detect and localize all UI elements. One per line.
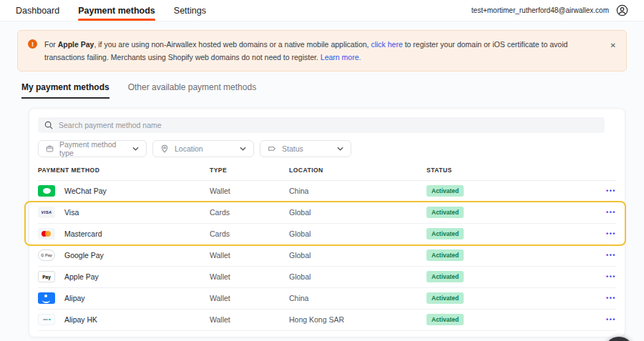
row-menu-icon[interactable]: ••• bbox=[590, 230, 616, 237]
nav-item-dashboard[interactable]: Dashboard bbox=[16, 0, 59, 21]
location-pin-icon bbox=[160, 144, 169, 153]
table-row[interactable]: WeChat Pay Wallet China Activated ••• bbox=[38, 181, 616, 202]
payment-method-location: China bbox=[289, 187, 426, 195]
payment-method-icon: VISA bbox=[38, 207, 55, 218]
nav-items: Dashboard Payment methods Settings bbox=[16, 0, 206, 21]
banner-text: For Apple Pay, if you are using non-Airw… bbox=[44, 38, 593, 64]
user-avatar-icon[interactable] bbox=[616, 4, 628, 16]
row-menu-icon[interactable]: ••• bbox=[590, 187, 616, 194]
warning-icon: ! bbox=[28, 39, 37, 49]
payment-method-name: Mastercard bbox=[64, 229, 102, 238]
chevron-down-icon bbox=[132, 147, 139, 151]
wallet-icon bbox=[46, 144, 54, 153]
payment-method-icon bbox=[38, 228, 55, 239]
status-badge: Activated bbox=[426, 292, 464, 304]
chat-widget-button[interactable] bbox=[604, 337, 634, 341]
payment-method-icon bbox=[38, 314, 55, 325]
payment-method-icon: G Pay bbox=[38, 249, 55, 261]
apple-pay-warning-banner: ! For Apple Pay, if you are using non-Ai… bbox=[17, 30, 627, 71]
banner-bold-apple-pay: Apple Pay bbox=[58, 40, 94, 49]
filter-label: Status bbox=[282, 144, 303, 153]
banner-close-icon[interactable]: ✕ bbox=[610, 42, 616, 49]
nav-item-settings[interactable]: Settings bbox=[174, 0, 206, 21]
payment-method-name: Apple Pay bbox=[64, 272, 99, 281]
payment-method-location: Global bbox=[289, 208, 426, 217]
banner-text-prefix: For bbox=[44, 40, 58, 49]
payment-method-name: Alipay HK bbox=[64, 315, 97, 324]
table-row[interactable]: Alipay Wallet China Activated ••• bbox=[38, 288, 616, 310]
filter-bar: Payment method type Location Status bbox=[38, 140, 616, 157]
click-here-link[interactable]: click here bbox=[371, 40, 402, 49]
header-payment-method: PAYMENT METHOD bbox=[38, 167, 210, 174]
tab-my-payment-methods[interactable]: My payment methods bbox=[21, 82, 109, 99]
banner-text-mid: , if you are using non-Airwallex hosted … bbox=[94, 40, 371, 49]
payment-method-type: Wallet bbox=[210, 315, 289, 324]
row-menu-icon[interactable]: ••• bbox=[590, 209, 616, 216]
payment-method-location: Global bbox=[289, 272, 426, 281]
status-badge: Activated bbox=[426, 228, 464, 239]
payment-method-name: Alipay bbox=[64, 294, 85, 302]
table-row[interactable]: Alipay HK Wallet Hong Kong SAR Activated… bbox=[38, 310, 616, 331]
table-row[interactable]: Mastercard Cards Global Activated ••• bbox=[38, 224, 616, 245]
payment-method-type: Cards bbox=[210, 229, 289, 238]
filter-label: Payment method type bbox=[59, 140, 127, 157]
header-type: TYPE bbox=[210, 167, 289, 174]
chevron-down-icon bbox=[240, 147, 246, 151]
user-email: test+mortimer_rutherford48@airwallex.com bbox=[472, 6, 609, 14]
payment-method-type: Wallet bbox=[210, 294, 289, 302]
nav-item-payment-methods[interactable]: Payment methods bbox=[78, 0, 155, 21]
table-row[interactable]: VISA Visa Cards Global Activated ••• bbox=[38, 202, 616, 224]
chevron-down-icon bbox=[337, 147, 343, 151]
header-location: LOCATION bbox=[289, 167, 426, 174]
top-navigation: Dashboard Payment methods Settings test+… bbox=[0, 0, 644, 21]
table-rows: WeChat Pay Wallet China Activated ••• VI… bbox=[38, 181, 616, 331]
table-row[interactable]: G Pay Google Pay Wallet Global Activated… bbox=[38, 245, 616, 267]
filter-status[interactable]: Status bbox=[260, 140, 351, 157]
payment-method-type: Cards bbox=[210, 208, 289, 217]
table-header: PAYMENT METHOD TYPE LOCATION STATUS bbox=[38, 157, 616, 181]
payment-method-type: Wallet bbox=[210, 187, 289, 195]
status-badge: Activated bbox=[426, 271, 464, 282]
payment-method-name: Visa bbox=[64, 208, 79, 217]
payment-method-location: China bbox=[289, 294, 426, 302]
payment-method-name: Google Pay bbox=[64, 251, 104, 260]
row-menu-icon[interactable]: ••• bbox=[590, 295, 616, 302]
status-badge: Activated bbox=[426, 185, 464, 197]
header-status: STATUS bbox=[426, 167, 590, 174]
payment-methods-card: Payment method type Location Status P bbox=[29, 108, 625, 337]
payment-method-icon bbox=[38, 185, 55, 197]
payment-method-location: Global bbox=[289, 251, 426, 260]
row-menu-icon[interactable]: ••• bbox=[590, 252, 616, 259]
payment-method-location: Hong Kong SAR bbox=[289, 315, 426, 324]
search-input[interactable] bbox=[59, 121, 598, 129]
payment-tabs: My payment methods Other available payme… bbox=[21, 82, 623, 99]
payment-method-type: Wallet bbox=[210, 251, 289, 260]
table-row[interactable]: Pay Apple Pay Wallet Global Activated ••… bbox=[38, 267, 616, 288]
row-menu-icon[interactable]: ••• bbox=[590, 273, 616, 280]
filter-payment-method-type[interactable]: Payment method type bbox=[38, 140, 147, 157]
search-box bbox=[38, 117, 605, 133]
status-tag-icon bbox=[268, 144, 276, 153]
learn-more-link[interactable]: Learn more. bbox=[321, 53, 361, 61]
payment-method-location: Global bbox=[289, 229, 426, 238]
tab-other-available-payment-methods[interactable]: Other available payment methods bbox=[128, 82, 256, 99]
payment-method-type: Wallet bbox=[210, 272, 289, 281]
filter-label: Location bbox=[175, 144, 203, 153]
search-icon bbox=[44, 121, 53, 129]
payment-method-name: WeChat Pay bbox=[64, 187, 107, 195]
payment-method-icon bbox=[38, 292, 55, 304]
row-menu-icon[interactable]: ••• bbox=[590, 316, 616, 323]
filter-location[interactable]: Location bbox=[152, 140, 254, 157]
status-badge: Activated bbox=[426, 207, 464, 218]
status-badge: Activated bbox=[426, 249, 464, 261]
status-badge: Activated bbox=[426, 314, 464, 325]
payment-method-icon: Pay bbox=[38, 271, 55, 282]
